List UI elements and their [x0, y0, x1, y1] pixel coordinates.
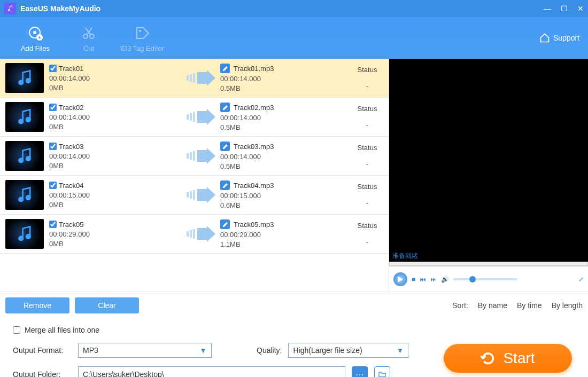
- folder-label: Output Folder:: [13, 370, 72, 377]
- minimize-button[interactable]: —: [544, 4, 551, 13]
- cut-button[interactable]: Cut: [62, 24, 115, 52]
- app-title: EaseUS MakeMyAudio: [20, 4, 100, 13]
- player-controls: ■ ⏮ ⏭ 🔊 ⤢: [389, 266, 588, 292]
- track-size: 0MB: [49, 162, 183, 170]
- output-settings: Merge all files into one Output Format: …: [0, 318, 588, 377]
- svg-rect-33: [193, 229, 195, 239]
- sort-by-time[interactable]: By time: [517, 301, 542, 310]
- folder-input[interactable]: [78, 366, 345, 377]
- svg-rect-31: [187, 231, 189, 237]
- fullscreen-button[interactable]: ⤢: [578, 276, 584, 283]
- track-row[interactable]: Track0400:00:15.0000MBTrack04.mp300:00:1…: [0, 176, 389, 215]
- output-size: 1.1MB: [220, 240, 316, 248]
- track-thumbnail: [5, 141, 44, 171]
- refresh-icon: [481, 351, 496, 366]
- track-checkbox[interactable]: [49, 221, 57, 228]
- toolbar: + Add Files Cut ID3 Tag Editor Support: [0, 17, 588, 59]
- arrow-icon: [183, 187, 220, 203]
- next-button[interactable]: ⏭: [430, 276, 437, 283]
- play-button[interactable]: [393, 272, 407, 286]
- track-thumbnail: [5, 180, 44, 210]
- track-duration: 00:00:14.000: [49, 113, 183, 121]
- svg-rect-22: [190, 152, 192, 160]
- app-logo-icon: [4, 3, 16, 14]
- output-size: 0.5MB: [220, 162, 316, 170]
- track-duration: 00:00:14.000: [49, 152, 183, 160]
- seek-bar[interactable]: [389, 262, 588, 266]
- quality-label: Quality:: [257, 346, 282, 355]
- remove-button[interactable]: Remove: [5, 297, 69, 313]
- svg-rect-23: [193, 151, 195, 161]
- format-select[interactable]: MP3 ▼: [78, 343, 212, 358]
- track-list[interactable]: Track0100:00:14.0000MBTrack01.mp300:00:1…: [0, 59, 389, 292]
- track-row[interactable]: Track0200:00:14.0000MBTrack02.mp300:00:1…: [0, 98, 389, 137]
- format-label: Output Format:: [13, 346, 72, 355]
- output-size: 0.6MB: [220, 201, 316, 209]
- track-size: 0MB: [49, 201, 183, 209]
- clear-button[interactable]: Clear: [75, 297, 139, 313]
- stop-button[interactable]: ■: [412, 276, 415, 283]
- track-checkbox[interactable]: [49, 143, 57, 150]
- edit-icon[interactable]: [220, 64, 230, 73]
- svg-rect-28: [193, 190, 195, 200]
- prev-button[interactable]: ⏮: [420, 276, 426, 283]
- track-name: Track01: [59, 65, 83, 73]
- volume-slider[interactable]: [453, 278, 517, 280]
- track-thumbnail: [5, 63, 44, 93]
- track-row[interactable]: Track0300:00:14.0000MBTrack03.mp300:00:1…: [0, 137, 389, 176]
- track-checkbox[interactable]: [49, 182, 57, 189]
- track-name: Track05: [59, 221, 83, 229]
- list-action-bar: Remove Clear Sort: By name By time By le…: [0, 292, 588, 318]
- status-label: Status: [351, 183, 383, 191]
- output-name: Track02.mp3: [234, 104, 274, 112]
- track-size: 0MB: [49, 240, 183, 248]
- svg-rect-12: [190, 74, 192, 82]
- svg-rect-13: [193, 73, 195, 83]
- quality-select[interactable]: High(Larger file size) ▼: [288, 343, 408, 358]
- svg-rect-21: [187, 153, 189, 159]
- track-checkbox[interactable]: [49, 104, 57, 111]
- edit-icon[interactable]: [220, 142, 230, 151]
- svg-rect-27: [190, 191, 192, 199]
- scissors-icon: [81, 24, 96, 42]
- preview-panel: 准备就绪 ■ ⏮ ⏭ 🔊 ⤢: [389, 59, 588, 292]
- output-name: Track05.mp3: [234, 221, 274, 229]
- sort-by-length[interactable]: By length: [552, 301, 583, 310]
- svg-text:+: +: [38, 35, 41, 41]
- open-folder-button[interactable]: [374, 366, 390, 377]
- track-thumbnail: [5, 102, 44, 132]
- output-duration: 00:00:14.000: [220, 153, 316, 161]
- output-name: Track04.mp3: [234, 182, 274, 190]
- merge-label: Merge all files into one: [25, 326, 99, 334]
- close-button[interactable]: ✕: [577, 4, 584, 13]
- maximize-button[interactable]: ☐: [561, 4, 568, 13]
- more-button[interactable]: ⋯: [352, 366, 368, 377]
- status-label: Status: [351, 105, 383, 113]
- output-duration: 00:00:15.000: [220, 192, 316, 200]
- track-row[interactable]: Track0500:00:29.0000MBTrack05.mp300:00:2…: [0, 215, 389, 254]
- edit-icon[interactable]: [220, 219, 230, 229]
- output-duration: 00:00:14.000: [220, 75, 316, 83]
- edit-icon[interactable]: [220, 180, 230, 190]
- volume-icon[interactable]: 🔊: [441, 276, 449, 283]
- track-size: 0MB: [49, 123, 183, 131]
- svg-rect-16: [187, 114, 189, 120]
- track-duration: 00:00:15.000: [49, 191, 183, 199]
- sort-by-name[interactable]: By name: [478, 301, 507, 310]
- arrow-icon: [183, 109, 220, 125]
- track-name: Track04: [59, 182, 83, 190]
- track-row[interactable]: Track0100:00:14.0000MBTrack01.mp300:00:1…: [0, 59, 389, 98]
- add-files-button[interactable]: + Add Files: [9, 24, 62, 52]
- home-icon: [539, 33, 550, 43]
- start-button[interactable]: Start: [444, 344, 572, 373]
- track-size: 0MB: [49, 84, 183, 92]
- merge-checkbox[interactable]: [13, 326, 20, 334]
- tag-icon: [135, 24, 150, 42]
- svg-point-3: [33, 31, 36, 34]
- id3-editor-button[interactable]: ID3 Tag Editor: [115, 24, 169, 52]
- edit-icon[interactable]: [220, 103, 230, 112]
- track-checkbox[interactable]: [49, 65, 57, 72]
- sort-label: Sort:: [452, 301, 468, 310]
- support-link[interactable]: Support: [539, 33, 579, 43]
- svg-rect-32: [190, 230, 192, 238]
